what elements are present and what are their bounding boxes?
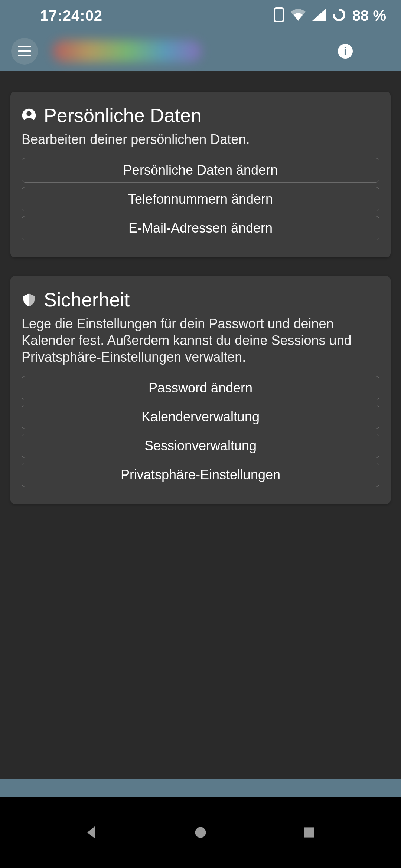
battery-percent: 88 % [352, 7, 386, 24]
info-icon: i [344, 45, 347, 57]
nav-recent-button[interactable] [300, 823, 319, 842]
menu-button[interactable] [11, 38, 38, 65]
edit-phone-numbers-button[interactable]: Telefonnummern ändern [22, 187, 379, 211]
content-area: Persönliche Daten Bearbeiten deiner pers… [0, 71, 401, 504]
svg-rect-5 [304, 827, 314, 837]
svg-point-1 [334, 10, 344, 20]
status-bar: 17:24:02 88 % [0, 0, 401, 31]
card-title-text: Sicherheit [44, 289, 130, 311]
nav-home-button[interactable] [191, 823, 210, 842]
card-subtitle-personal: Bearbeiten deiner persönlichen Daten. [22, 131, 379, 148]
wifi-icon [291, 9, 306, 22]
card-title-text: Persönliche Daten [44, 104, 202, 126]
calendar-management-button[interactable]: Kalenderverwaltung [22, 405, 379, 429]
svg-point-3 [26, 111, 31, 116]
android-nav-bar [0, 797, 401, 868]
svg-point-4 [195, 827, 206, 838]
app-logo-blurred [53, 40, 201, 62]
shield-icon [22, 292, 36, 307]
change-password-button[interactable]: Password ändern [22, 376, 379, 400]
svg-rect-0 [274, 8, 283, 22]
nav-back-button[interactable] [82, 823, 101, 842]
device-icon [274, 7, 284, 24]
edit-email-addresses-button[interactable]: E-Mail-Adressen ändern [22, 216, 379, 240]
card-title-personal: Persönliche Daten [22, 104, 379, 126]
data-saver-icon [332, 8, 346, 23]
edit-personal-data-button[interactable]: Persönliche Daten ändern [22, 158, 379, 183]
status-right: 88 % [274, 7, 386, 24]
status-time: 17:24:02 [40, 7, 102, 24]
card-title-security: Sicherheit [22, 289, 379, 311]
card-security: Sicherheit Lege die Einstellungen für de… [10, 276, 391, 504]
info-button[interactable]: i [338, 44, 353, 59]
footer-strip [0, 779, 401, 797]
card-subtitle-security: Lege die Einstellungen für dein Passwort… [22, 315, 379, 365]
person-icon [22, 108, 36, 123]
signal-icon [312, 9, 326, 22]
session-management-button[interactable]: Sessionverwaltung [22, 434, 379, 458]
app-bar: i [0, 31, 401, 71]
privacy-settings-button[interactable]: Privatsphäre-Einstellungen [22, 463, 379, 487]
card-personal-data: Persönliche Daten Bearbeiten deiner pers… [10, 92, 391, 257]
